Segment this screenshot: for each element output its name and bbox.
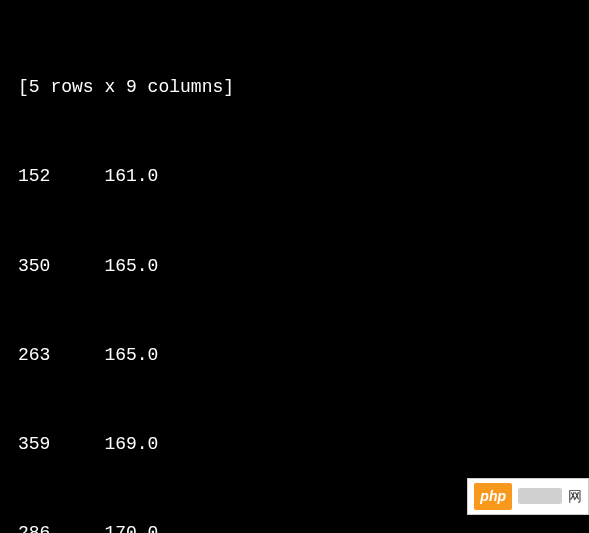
row-value: 161.0 xyxy=(72,162,158,192)
php-logo-icon: php xyxy=(474,483,512,510)
series-row: 350165.0 xyxy=(18,252,571,282)
row-index: 286 xyxy=(18,519,61,533)
row-value: 170.0 xyxy=(72,519,158,533)
watermark-suffix: 网 xyxy=(568,485,582,508)
series-row: 152161.0 xyxy=(18,162,571,192)
row-index: 263 xyxy=(18,341,61,371)
row-value: 169.0 xyxy=(72,430,158,460)
row-index: 359 xyxy=(18,430,61,460)
row-index: 152 xyxy=(18,162,61,192)
terminal-output: [5 rows x 9 columns] 152161.0 350165.0 2… xyxy=(18,14,571,533)
row-value: 165.0 xyxy=(72,252,158,282)
series-row: 263165.0 xyxy=(18,341,571,371)
watermark-badge: php 网 xyxy=(467,478,589,515)
series-row: 359169.0 xyxy=(18,430,571,460)
watermark-gray-box xyxy=(518,488,562,504)
shape-header: [5 rows x 9 columns] xyxy=(18,73,571,103)
row-index: 350 xyxy=(18,252,61,282)
row-value: 165.0 xyxy=(72,341,158,371)
series-row: 286170.0 xyxy=(18,519,571,533)
